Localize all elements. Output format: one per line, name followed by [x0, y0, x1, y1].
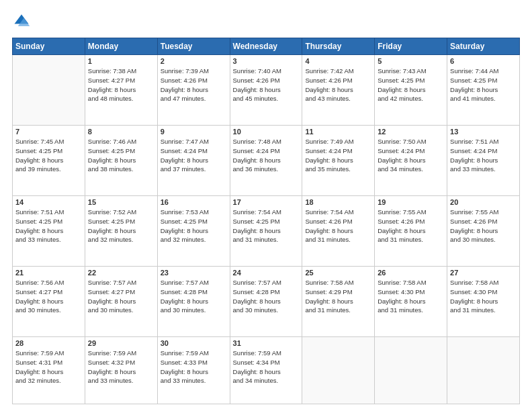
cell-daylight-text: Sunrise: 7:50 AM Sunset: 4:24 PM Dayligh…: [378, 137, 444, 174]
calendar-cell: 8Sunrise: 7:46 AM Sunset: 4:25 PM Daylig…: [85, 126, 157, 196]
cell-daylight-text: Sunrise: 7:58 AM Sunset: 4:30 PM Dayligh…: [378, 278, 444, 315]
calendar-header-sunday: Sunday: [13, 38, 85, 55]
calendar-cell: 9Sunrise: 7:47 AM Sunset: 4:24 PM Daylig…: [157, 126, 230, 196]
calendar-week-row: 21Sunrise: 7:56 AM Sunset: 4:27 PM Dayli…: [13, 267, 520, 337]
calendar-header-tuesday: Tuesday: [157, 38, 230, 55]
cell-daylight-text: Sunrise: 7:49 AM Sunset: 4:24 PM Dayligh…: [305, 137, 371, 174]
calendar-cell: [447, 337, 520, 404]
calendar-cell: 15Sunrise: 7:52 AM Sunset: 4:25 PM Dayli…: [85, 196, 157, 267]
cell-daylight-text: Sunrise: 7:52 AM Sunset: 4:25 PM Dayligh…: [88, 208, 154, 244]
cell-daylight-text: Sunrise: 7:58 AM Sunset: 4:29 PM Dayligh…: [305, 278, 371, 315]
day-number: 29: [88, 339, 154, 347]
cell-daylight-text: Sunrise: 7:39 AM Sunset: 4:26 PM Dayligh…: [161, 66, 227, 103]
calendar-cell: 5Sunrise: 7:43 AM Sunset: 4:25 PM Daylig…: [375, 55, 447, 126]
cell-daylight-text: Sunrise: 7:43 AM Sunset: 4:25 PM Dayligh…: [378, 66, 444, 103]
day-number: 4: [305, 57, 371, 65]
calendar-header-row: SundayMondayTuesdayWednesdayThursdayFrid…: [13, 38, 520, 55]
calendar-cell: 21Sunrise: 7:56 AM Sunset: 4:27 PM Dayli…: [13, 267, 85, 337]
calendar-header-friday: Friday: [375, 38, 447, 55]
cell-daylight-text: Sunrise: 7:45 AM Sunset: 4:25 PM Dayligh…: [15, 137, 82, 174]
calendar-cell: 6Sunrise: 7:44 AM Sunset: 4:25 PM Daylig…: [447, 55, 520, 126]
calendar-cell: 1Sunrise: 7:38 AM Sunset: 4:27 PM Daylig…: [85, 55, 157, 126]
day-number: 15: [88, 198, 154, 206]
cell-daylight-text: Sunrise: 7:42 AM Sunset: 4:26 PM Dayligh…: [305, 66, 371, 103]
calendar-cell: 16Sunrise: 7:53 AM Sunset: 4:25 PM Dayli…: [157, 196, 230, 267]
logo: [12, 12, 34, 31]
calendar-cell: [13, 55, 85, 126]
day-number: 1: [88, 57, 154, 65]
calendar-cell: 13Sunrise: 7:51 AM Sunset: 4:24 PM Dayli…: [447, 126, 520, 196]
day-number: 17: [233, 198, 300, 206]
day-number: 31: [233, 339, 300, 347]
calendar-cell: 4Sunrise: 7:42 AM Sunset: 4:26 PM Daylig…: [302, 55, 375, 126]
day-number: 27: [450, 269, 517, 277]
day-number: 20: [450, 198, 517, 206]
day-number: 21: [15, 269, 82, 277]
day-number: 8: [88, 128, 154, 136]
day-number: 30: [161, 339, 227, 347]
calendar-week-row: 7Sunrise: 7:45 AM Sunset: 4:25 PM Daylig…: [13, 126, 520, 196]
cell-daylight-text: Sunrise: 7:57 AM Sunset: 4:28 PM Dayligh…: [161, 278, 227, 315]
day-number: 7: [15, 128, 82, 136]
cell-daylight-text: Sunrise: 7:59 AM Sunset: 4:33 PM Dayligh…: [161, 349, 227, 385]
cell-daylight-text: Sunrise: 7:51 AM Sunset: 4:25 PM Dayligh…: [15, 208, 82, 244]
calendar-table: SundayMondayTuesdayWednesdayThursdayFrid…: [12, 38, 520, 404]
calendar-cell: [375, 337, 447, 404]
cell-daylight-text: Sunrise: 7:51 AM Sunset: 4:24 PM Dayligh…: [450, 137, 517, 174]
calendar-cell: [302, 337, 375, 404]
cell-daylight-text: Sunrise: 7:57 AM Sunset: 4:28 PM Dayligh…: [233, 278, 300, 315]
calendar-cell: 3Sunrise: 7:40 AM Sunset: 4:26 PM Daylig…: [230, 55, 302, 126]
calendar-cell: 24Sunrise: 7:57 AM Sunset: 4:28 PM Dayli…: [230, 267, 302, 337]
cell-daylight-text: Sunrise: 7:48 AM Sunset: 4:24 PM Dayligh…: [233, 137, 300, 174]
cell-daylight-text: Sunrise: 7:47 AM Sunset: 4:24 PM Dayligh…: [161, 137, 227, 174]
calendar-cell: 19Sunrise: 7:55 AM Sunset: 4:26 PM Dayli…: [375, 196, 447, 267]
day-number: 22: [88, 269, 154, 277]
cell-daylight-text: Sunrise: 7:55 AM Sunset: 4:26 PM Dayligh…: [378, 208, 444, 244]
calendar-header-thursday: Thursday: [302, 38, 375, 55]
calendar-cell: 31Sunrise: 7:59 AM Sunset: 4:34 PM Dayli…: [230, 337, 302, 404]
day-number: 10: [233, 128, 300, 136]
calendar-cell: 12Sunrise: 7:50 AM Sunset: 4:24 PM Dayli…: [375, 126, 447, 196]
day-number: 25: [305, 269, 371, 277]
day-number: 14: [15, 198, 82, 206]
calendar-header-saturday: Saturday: [447, 38, 520, 55]
day-number: 2: [161, 57, 227, 65]
calendar-cell: 2Sunrise: 7:39 AM Sunset: 4:26 PM Daylig…: [157, 55, 230, 126]
day-number: 16: [161, 198, 227, 206]
calendar-cell: 27Sunrise: 7:58 AM Sunset: 4:30 PM Dayli…: [447, 267, 520, 337]
cell-daylight-text: Sunrise: 7:59 AM Sunset: 4:32 PM Dayligh…: [88, 349, 154, 385]
cell-daylight-text: Sunrise: 7:55 AM Sunset: 4:26 PM Dayligh…: [450, 208, 517, 244]
header: [12, 12, 520, 31]
day-number: 5: [378, 57, 444, 65]
calendar-cell: 7Sunrise: 7:45 AM Sunset: 4:25 PM Daylig…: [13, 126, 85, 196]
day-number: 11: [305, 128, 371, 136]
day-number: 13: [450, 128, 517, 136]
day-number: 23: [161, 269, 227, 277]
day-number: 28: [15, 339, 82, 347]
cell-daylight-text: Sunrise: 7:40 AM Sunset: 4:26 PM Dayligh…: [233, 66, 300, 103]
cell-daylight-text: Sunrise: 7:59 AM Sunset: 4:34 PM Dayligh…: [233, 349, 300, 385]
calendar-week-row: 28Sunrise: 7:59 AM Sunset: 4:31 PM Dayli…: [13, 337, 520, 404]
cell-daylight-text: Sunrise: 7:46 AM Sunset: 4:25 PM Dayligh…: [88, 137, 154, 174]
cell-daylight-text: Sunrise: 7:44 AM Sunset: 4:25 PM Dayligh…: [450, 66, 517, 103]
cell-daylight-text: Sunrise: 7:54 AM Sunset: 4:26 PM Dayligh…: [305, 208, 371, 244]
calendar-cell: 25Sunrise: 7:58 AM Sunset: 4:29 PM Dayli…: [302, 267, 375, 337]
calendar-header-monday: Monday: [85, 38, 157, 55]
cell-daylight-text: Sunrise: 7:54 AM Sunset: 4:25 PM Dayligh…: [233, 208, 300, 244]
logo-icon: [12, 12, 31, 31]
day-number: 9: [161, 128, 227, 136]
calendar-cell: 20Sunrise: 7:55 AM Sunset: 4:26 PM Dayli…: [447, 196, 520, 267]
cell-daylight-text: Sunrise: 7:56 AM Sunset: 4:27 PM Dayligh…: [15, 278, 82, 315]
calendar-cell: 22Sunrise: 7:57 AM Sunset: 4:27 PM Dayli…: [85, 267, 157, 337]
calendar-cell: 23Sunrise: 7:57 AM Sunset: 4:28 PM Dayli…: [157, 267, 230, 337]
day-number: 26: [378, 269, 444, 277]
cell-daylight-text: Sunrise: 7:53 AM Sunset: 4:25 PM Dayligh…: [161, 208, 227, 244]
calendar-cell: 30Sunrise: 7:59 AM Sunset: 4:33 PM Dayli…: [157, 337, 230, 404]
page: SundayMondayTuesdayWednesdayThursdayFrid…: [0, 0, 532, 411]
cell-daylight-text: Sunrise: 7:59 AM Sunset: 4:31 PM Dayligh…: [15, 349, 82, 385]
calendar-header-wednesday: Wednesday: [230, 38, 302, 55]
day-number: 6: [450, 57, 517, 65]
calendar-week-row: 14Sunrise: 7:51 AM Sunset: 4:25 PM Dayli…: [13, 196, 520, 267]
cell-daylight-text: Sunrise: 7:57 AM Sunset: 4:27 PM Dayligh…: [88, 278, 154, 315]
calendar-cell: 10Sunrise: 7:48 AM Sunset: 4:24 PM Dayli…: [230, 126, 302, 196]
